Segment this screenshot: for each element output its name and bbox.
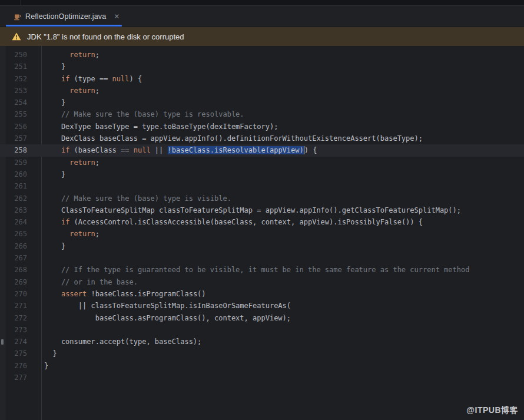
line-number: 254	[6, 97, 27, 108]
code-line[interactable]: 275 }	[0, 348, 524, 359]
code-text: assert !baseClass.isProgramClass()	[44, 288, 206, 300]
code-rows: 250 return;251 }252 if (type == null) {2…	[0, 46, 524, 383]
line-number: 272	[6, 312, 27, 324]
code-line[interactable]: 259 return;	[0, 157, 524, 168]
line-number: 260	[6, 168, 27, 180]
code-line[interactable]: 251 }	[0, 61, 524, 72]
tab-reflectionoptimizer-java[interactable]: ReflectionOptimizer.java ✕	[6, 6, 127, 27]
code-line[interactable]: 273	[0, 324, 524, 336]
code-text: }	[44, 61, 65, 72]
toolbar-edge	[0, 0, 524, 6]
code-text: || classToFeatureSplitMap.isInBaseOrSame…	[44, 300, 291, 312]
line-number: 265	[6, 228, 27, 240]
line-number: 253	[6, 85, 27, 97]
code-text: }	[44, 97, 65, 108]
code-line[interactable]: 261	[0, 180, 524, 192]
jdk-warning-banner: JDK "1.8" is not found on the disk or co…	[0, 27, 524, 46]
code-text: }	[44, 348, 57, 359]
code-text: if (type == null) {	[44, 73, 142, 85]
java-class-icon	[13, 12, 21, 21]
line-number: 269	[6, 276, 27, 288]
code-text: // Make sure the (base) type is resolvab…	[44, 108, 244, 120]
ide-window: ReflectionOptimizer.java ✕ JDK "1.8" is …	[0, 0, 524, 420]
code-text: return;	[44, 157, 100, 168]
line-number: 276	[6, 360, 27, 372]
code-line[interactable]: 269 // or in the base.	[0, 276, 524, 288]
code-text: // If the type is guaranteed to be visib…	[44, 264, 469, 276]
code-line[interactable]: 254 }	[0, 97, 524, 108]
line-number: 262	[6, 193, 27, 204]
code-line[interactable]: 268 // If the type is guaranteed to be v…	[0, 264, 524, 276]
line-number: 258	[6, 144, 27, 156]
line-number: 268	[6, 264, 27, 276]
line-number: 250	[6, 49, 27, 61]
code-line[interactable]: 253 return;	[0, 85, 524, 97]
code-line[interactable]: 264 if (AccessControl.isClassAccessible(…	[0, 216, 524, 228]
code-line[interactable]: 267	[0, 252, 524, 264]
line-number: 261	[6, 180, 27, 192]
active-tab-indicator	[6, 25, 122, 27]
code-line[interactable]: 277	[0, 372, 524, 383]
code-line[interactable]: 274 consumer.accept(type, baseClass);	[0, 336, 524, 348]
code-text: }	[44, 168, 65, 180]
code-editor[interactable]: 250 return;251 }252 if (type == null) {2…	[0, 46, 524, 420]
code-line[interactable]: 257 DexClass baseClass = appView.appInfo…	[0, 133, 524, 144]
line-number: 273	[6, 324, 27, 336]
code-line[interactable]: 266 }	[0, 240, 524, 252]
code-line[interactable]: 276}	[0, 360, 524, 372]
line-number: 277	[6, 372, 27, 383]
code-line[interactable]: 262 // Make sure the (base) type is visi…	[0, 193, 524, 204]
code-text: if (baseClass == null || !baseClass.isRe…	[44, 144, 317, 156]
line-number: 255	[6, 108, 27, 120]
site-watermark: @ITPUB博客	[466, 405, 518, 416]
line-number: 270	[6, 288, 27, 300]
code-line[interactable]: 250 return;	[0, 49, 524, 61]
code-line[interactable]: 258 if (baseClass == null || !baseClass.…	[0, 144, 524, 156]
toolbar-divider	[21, 0, 21, 5]
code-text: DexClass baseClass = appView.appInfo().d…	[44, 133, 423, 144]
code-text: return;	[44, 49, 100, 61]
code-line[interactable]: 263 ClassToFeatureSplitMap classToFeatur…	[0, 204, 524, 216]
line-number: 274	[6, 336, 27, 348]
code-line[interactable]: 271 || classToFeatureSplitMap.isInBaseOr…	[0, 300, 524, 312]
editor-tab-bar: ReflectionOptimizer.java ✕	[0, 6, 524, 27]
warning-triangle-icon	[12, 32, 21, 41]
tab-close-icon[interactable]: ✕	[114, 13, 120, 20]
code-line[interactable]: 272 baseClass.asProgramClass(), context,…	[0, 312, 524, 324]
line-number: 264	[6, 216, 27, 228]
line-number: 256	[6, 121, 27, 133]
code-text: return;	[44, 85, 100, 97]
code-text: ClassToFeatureSplitMap classToFeatureSpl…	[44, 204, 461, 216]
line-number: 251	[6, 61, 27, 72]
code-line[interactable]: 252 if (type == null) {	[0, 73, 524, 85]
line-number: 266	[6, 240, 27, 252]
warning-message: JDK "1.8" is not found on the disk or co…	[27, 32, 184, 41]
code-line[interactable]: 265 return;	[0, 228, 524, 240]
code-text: return;	[44, 228, 100, 240]
line-number: 252	[6, 73, 27, 85]
code-line[interactable]: 255 // Make sure the (base) type is reso…	[0, 108, 524, 120]
code-text: if (AccessControl.isClassAccessible(base…	[44, 216, 423, 228]
line-number: 257	[6, 133, 27, 144]
line-number: 267	[6, 252, 27, 264]
code-text: }	[44, 240, 65, 252]
tab-title: ReflectionOptimizer.java	[25, 12, 106, 21]
code-text: DexType baseType = type.toBaseType(dexIt…	[44, 121, 278, 133]
line-number: 263	[6, 204, 27, 216]
code-text: // Make sure the (base) type is visible.	[44, 193, 231, 204]
code-line[interactable]: 256 DexType baseType = type.toBaseType(d…	[0, 121, 524, 133]
line-number: 275	[6, 348, 27, 359]
code-text: }	[44, 360, 48, 372]
code-line[interactable]: 270 assert !baseClass.isProgramClass()	[0, 288, 524, 300]
code-text: // or in the base.	[44, 276, 138, 288]
code-text: consumer.accept(type, baseClass);	[44, 336, 201, 348]
line-number: 259	[6, 157, 27, 168]
line-number: 271	[6, 300, 27, 312]
code-line[interactable]: 260 }	[0, 168, 524, 180]
code-text: baseClass.asProgramClass(), context, app…	[44, 312, 291, 324]
